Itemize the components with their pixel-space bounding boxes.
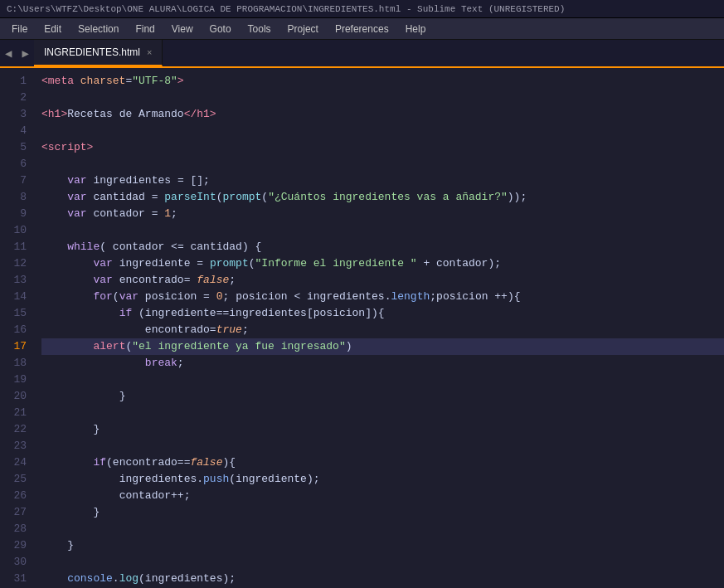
line-num-5: 5 xyxy=(0,139,27,156)
tab-close-btn[interactable]: × xyxy=(147,47,152,57)
line-num-24: 24 xyxy=(0,454,27,471)
code-line-24: if(encontrado==false){ xyxy=(41,454,724,471)
code-line-31: console.log(ingredientes); xyxy=(41,571,724,587)
menu-help[interactable]: Help xyxy=(397,22,435,36)
code-line-22: } xyxy=(41,421,724,438)
line-num-15: 15 xyxy=(0,305,27,322)
title-text: C:\Users\WTFZ\Desktop\ONE ALURA\LOGICA D… xyxy=(7,4,565,14)
code-line-21 xyxy=(41,405,724,421)
line-num-8: 8 xyxy=(0,189,27,206)
menu-tools[interactable]: Tools xyxy=(240,22,279,36)
tab-ingredientes[interactable]: INGREDIENTES.html × xyxy=(34,40,163,66)
code-line-12: var ingrediente = prompt("Informe el ing… xyxy=(41,255,724,272)
code-line-3: <h1>Recetas de Armando</h1> xyxy=(41,106,724,123)
line-num-23: 23 xyxy=(0,438,27,454)
line-num-21: 21 xyxy=(0,405,27,421)
code-line-5: <script> xyxy=(41,139,724,156)
code-line-4 xyxy=(41,123,724,139)
line-num-18: 18 xyxy=(0,355,27,372)
menu-edit[interactable]: Edit xyxy=(36,22,70,36)
line-num-20: 20 xyxy=(0,388,27,405)
code-line-17: alert("el ingrediente ya fue ingresado") xyxy=(41,338,724,355)
line-num-27: 27 xyxy=(0,504,27,521)
editor: 1 2 3 4 5 6 7 8 9 10 11 12 13 14 15 16 1… xyxy=(0,68,724,588)
line-num-30: 30 xyxy=(0,554,27,571)
line-num-13: 13 xyxy=(0,272,27,289)
tab-nav-left[interactable]: ◀ xyxy=(0,40,17,66)
menu-bar: File Edit Selection Find View Goto Tools… xyxy=(0,18,724,40)
line-num-22: 22 xyxy=(0,421,27,438)
line-num-25: 25 xyxy=(0,471,27,488)
code-line-13: var encontrado= false; xyxy=(41,272,724,289)
code-line-30 xyxy=(41,554,724,571)
menu-view[interactable]: View xyxy=(163,22,202,36)
line-num-16: 16 xyxy=(0,322,27,338)
line-num-3: 3 xyxy=(0,106,27,123)
code-line-10 xyxy=(41,222,724,239)
line-num-19: 19 xyxy=(0,372,27,388)
menu-preferences[interactable]: Preferences xyxy=(327,22,397,36)
code-line-20: } xyxy=(41,388,724,405)
code-line-14: for(var posicion = 0; posicion < ingredi… xyxy=(41,289,724,305)
line-num-10: 10 xyxy=(0,222,27,239)
code-line-28 xyxy=(41,521,724,537)
line-num-4: 4 xyxy=(0,123,27,139)
line-num-28: 28 xyxy=(0,521,27,537)
line-num-7: 7 xyxy=(0,173,27,189)
line-num-6: 6 xyxy=(0,156,27,173)
line-num-29: 29 xyxy=(0,537,27,554)
code-line-8: var cantidad = parseInt(prompt("¿Cuántos… xyxy=(41,189,724,206)
line-num-31: 31 xyxy=(0,571,27,587)
code-line-27: } xyxy=(41,504,724,521)
code-line-11: while( contador <= cantidad) { xyxy=(41,239,724,255)
code-line-1: <meta charset="UTF-8"> xyxy=(41,73,724,90)
menu-file[interactable]: File xyxy=(3,22,36,36)
menu-goto[interactable]: Goto xyxy=(202,22,240,36)
line-num-9: 9 xyxy=(0,206,27,222)
code-line-23 xyxy=(41,438,724,454)
code-line-15: if (ingrediente==ingredientes[posicion])… xyxy=(41,305,724,322)
line-num-17: 17 xyxy=(0,338,27,355)
code-line-26: contador++; xyxy=(41,488,724,504)
code-line-18: break; xyxy=(41,355,724,372)
line-num-1: 1 xyxy=(0,73,27,90)
tab-bar: ◀ ▶ INGREDIENTES.html × xyxy=(0,40,724,68)
code-line-16: encontrado=true; xyxy=(41,322,724,338)
code-line-25: ingredientes.push(ingrediente); xyxy=(41,471,724,488)
line-num-11: 11 xyxy=(0,239,27,255)
menu-find[interactable]: Find xyxy=(127,22,163,36)
code-line-7: var ingredientes = []; xyxy=(41,173,724,189)
code-line-29: } xyxy=(41,537,724,554)
line-num-12: 12 xyxy=(0,255,27,272)
tab-label: INGREDIENTES.html xyxy=(44,46,140,58)
menu-project[interactable]: Project xyxy=(279,22,327,36)
code-line-19 xyxy=(41,372,724,388)
code-line-6 xyxy=(41,156,724,173)
code-area[interactable]: <meta charset="UTF-8"> <h1>Recetas de Ar… xyxy=(38,68,724,588)
code-line-2 xyxy=(41,90,724,106)
menu-selection[interactable]: Selection xyxy=(70,22,127,36)
line-num-14: 14 xyxy=(0,289,27,305)
line-num-26: 26 xyxy=(0,488,27,504)
line-num-2: 2 xyxy=(0,90,27,106)
code-line-9: var contador = 1; xyxy=(41,206,724,222)
tab-nav-right[interactable]: ▶ xyxy=(17,40,33,66)
title-bar: C:\Users\WTFZ\Desktop\ONE ALURA\LOGICA D… xyxy=(0,0,724,18)
line-numbers: 1 2 3 4 5 6 7 8 9 10 11 12 13 14 15 16 1… xyxy=(0,68,38,588)
